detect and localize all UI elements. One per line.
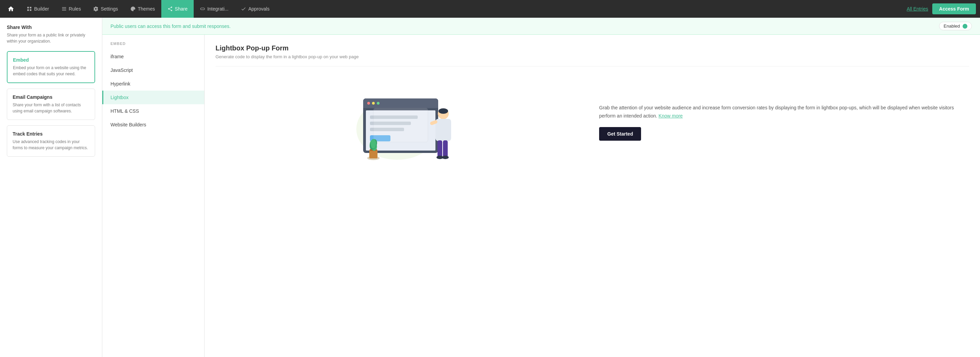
content-area: EMBED iframe JavaScript Hyperlink Lightb… — [102, 35, 980, 357]
svg-point-24 — [439, 108, 448, 114]
svg-rect-0 — [27, 7, 29, 8]
track-entries-card-desc: Use advanced tracking codes in your form… — [13, 139, 89, 151]
integrations-icon — [200, 6, 205, 11]
detail-content: Grab the attention of your website audie… — [215, 75, 969, 170]
nav-item-approvals[interactable]: Approvals — [235, 0, 275, 18]
themes-icon — [130, 6, 136, 11]
nav-item-themes[interactable]: Themes — [124, 0, 161, 18]
embed-nav-javascript[interactable]: JavaScript — [102, 63, 204, 77]
embed-nav-hyperlink[interactable]: Hyperlink — [102, 77, 204, 90]
enabled-dot — [963, 24, 967, 29]
share-with-desc: Share your form as a public link or priv… — [7, 32, 95, 44]
embed-card-title: Embed — [13, 57, 89, 63]
access-form-button[interactable]: Access Form — [932, 3, 976, 14]
nav-item-integrations[interactable]: Integrati... — [194, 0, 235, 18]
svg-rect-25 — [436, 119, 451, 141]
nav-item-rules[interactable]: Rules — [55, 0, 87, 18]
enabled-label: Enabled — [943, 24, 960, 29]
share-icon — [167, 6, 173, 11]
detail-panel: Lightbox Pop-up Form Generate code to di… — [205, 35, 980, 357]
track-entries-card-title: Track Entries — [13, 131, 89, 136]
builder-icon — [27, 6, 32, 11]
know-more-link[interactable]: Know more — [659, 113, 682, 119]
nav-item-settings[interactable]: Settings — [87, 0, 124, 18]
settings-icon — [93, 6, 99, 11]
share-with-section: Share With Share your form as a public l… — [7, 25, 95, 44]
svg-rect-3 — [30, 9, 31, 11]
sidebar-card-track-entries[interactable]: Track Entries Use advanced tracking code… — [7, 125, 95, 157]
lightbox-illustration — [215, 75, 585, 170]
status-message: Public users can access this form and su… — [110, 24, 231, 29]
email-campaigns-card-desc: Share your form with a list of contacts … — [13, 102, 89, 114]
svg-rect-16 — [373, 108, 428, 142]
left-sidebar: Share With Share your form as a public l… — [0, 18, 102, 357]
detail-text-content: Grab the attention of your website audie… — [599, 104, 969, 141]
illustration-svg — [343, 78, 459, 167]
top-navigation: Builder Rules Settings Themes Share Inte… — [0, 0, 980, 18]
detail-title: Lightbox Pop-up Form — [215, 44, 969, 52]
get-started-button[interactable]: Get Started — [599, 127, 641, 141]
nav-right-actions: All Entries Access Form — [907, 3, 976, 14]
svg-point-22 — [371, 139, 376, 149]
embed-nav-label: EMBED — [102, 41, 204, 46]
all-entries-link[interactable]: All Entries — [907, 6, 928, 11]
sidebar-card-email-campaigns[interactable]: Email Campaigns Share your form with a l… — [7, 89, 95, 120]
embed-navigation: EMBED iframe JavaScript Hyperlink Lightb… — [102, 35, 205, 357]
main-layout: Share With Share your form as a public l… — [0, 18, 980, 357]
svg-point-30 — [442, 155, 449, 159]
svg-rect-7 — [363, 105, 438, 108]
email-campaigns-card-title: Email Campaigns — [13, 94, 89, 100]
embed-card-desc: Embed your form on a website using the e… — [13, 65, 89, 77]
nav-item-builder[interactable]: Builder — [21, 0, 55, 18]
svg-point-8 — [367, 102, 370, 105]
approvals-icon — [241, 6, 246, 11]
status-bar: Public users can access this form and su… — [102, 18, 980, 35]
detail-body-text: Grab the attention of your website audie… — [599, 104, 969, 120]
svg-point-10 — [377, 102, 380, 105]
svg-rect-2 — [27, 9, 29, 11]
main-area: Public users can access this form and su… — [102, 18, 980, 357]
home-icon[interactable] — [4, 2, 18, 16]
svg-point-9 — [372, 102, 375, 105]
embed-nav-html-css[interactable]: HTML & CSS — [102, 104, 204, 118]
svg-rect-1 — [30, 7, 31, 8]
share-with-title: Share With — [7, 25, 95, 30]
embed-nav-iframe[interactable]: iframe — [102, 50, 204, 63]
embed-nav-lightbox[interactable]: Lightbox — [102, 90, 204, 104]
rules-icon — [61, 6, 67, 11]
nav-item-share[interactable]: Share — [161, 0, 194, 18]
enabled-toggle[interactable]: Enabled — [939, 22, 972, 30]
svg-rect-28 — [443, 140, 448, 157]
embed-nav-website-builders[interactable]: Website Builders — [102, 118, 204, 132]
detail-description: Generate code to display the form in a l… — [215, 54, 969, 67]
sidebar-card-embed[interactable]: Embed Embed your form on a website using… — [7, 51, 95, 83]
svg-rect-27 — [438, 140, 442, 157]
